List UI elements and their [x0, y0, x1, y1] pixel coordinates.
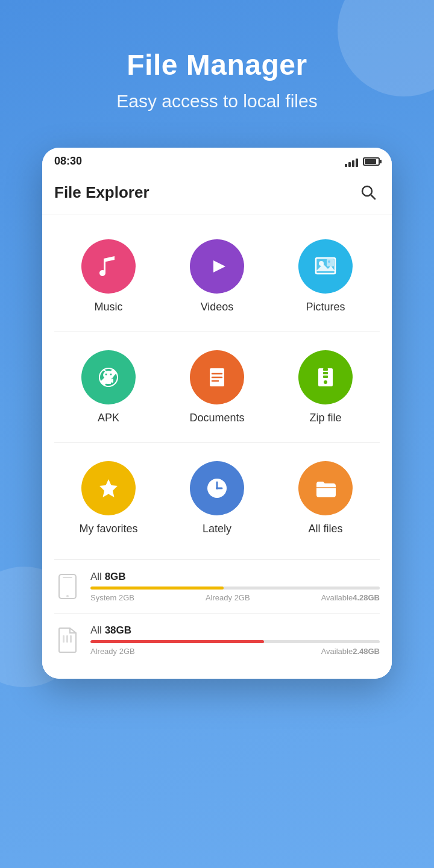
music-icon-circle [81, 239, 136, 294]
category-item-documents[interactable]: Documents [175, 350, 259, 424]
folder-icon [312, 474, 339, 502]
status-bar: 08:30 [42, 148, 392, 172]
category-row-1: Music Videos [42, 233, 392, 326]
svg-point-11 [110, 374, 112, 376]
sdcard-already: Already 2GB [90, 647, 135, 656]
sdcard-progress-bg [90, 640, 380, 643]
allfiles-icon-circle [298, 461, 353, 515]
header-section: File Manager Easy access to local files [0, 0, 434, 148]
search-button[interactable] [357, 181, 380, 204]
category-item-zip[interactable]: Zip file [283, 350, 368, 424]
music-icon [95, 253, 122, 280]
svg-rect-35 [63, 635, 64, 643]
battery-fill [365, 159, 376, 164]
svg-rect-22 [323, 368, 328, 371]
sdcard-storage-details: All 38GB Already 2GB Available2.48GB [90, 624, 380, 656]
internal-system: System 2GB [90, 593, 134, 602]
zip-icon [312, 364, 339, 391]
lately-label: Lately [203, 523, 231, 535]
svg-rect-13 [111, 379, 113, 383]
documents-icon-circle [190, 350, 244, 404]
allfiles-label: All files [308, 523, 342, 535]
svg-rect-37 [70, 635, 72, 643]
signal-bar-4 [356, 159, 358, 167]
svg-point-8 [328, 260, 330, 263]
pictures-icon [312, 253, 339, 280]
apk-icon [94, 363, 123, 392]
category-section-3: My favorites Lately [42, 443, 392, 553]
svg-marker-2 [213, 260, 225, 272]
svg-point-30 [216, 487, 218, 489]
svg-rect-24 [323, 376, 328, 378]
svg-rect-36 [66, 635, 68, 643]
videos-icon-circle [190, 239, 244, 294]
favorites-icon-circle [81, 461, 136, 515]
sdcard-storage-icon [54, 627, 81, 653]
internal-available: Available4.28GB [321, 593, 380, 602]
svg-line-1 [371, 195, 376, 200]
sdcard-storage-size: 38GB [105, 624, 131, 636]
internal-storage-title: All 8GB [90, 571, 380, 583]
svg-point-9 [103, 371, 114, 379]
phone-mockup: 08:30 File Explorer [42, 148, 392, 679]
phone-storage-icon [54, 573, 81, 600]
music-label: Music [94, 301, 122, 313]
svg-marker-26 [99, 479, 118, 497]
category-item-lately[interactable]: Lately [175, 461, 259, 535]
star-icon [95, 474, 122, 502]
internal-already: Already 2GB [206, 593, 250, 602]
app-bar: File Explorer [42, 172, 392, 215]
main-content: Music Videos [42, 215, 392, 679]
app-subtitle: Easy access to local files [24, 91, 410, 112]
pictures-icon-circle [298, 239, 353, 294]
sdcard-available: Available2.48GB [321, 647, 380, 656]
internal-storage-size: 8GB [105, 571, 126, 582]
svg-rect-33 [63, 577, 72, 578]
documents-label: Documents [189, 412, 244, 424]
signal-bar-2 [348, 162, 351, 167]
internal-progress-bg [90, 587, 380, 590]
battery-icon [363, 157, 380, 166]
category-item-music[interactable]: Music [66, 239, 151, 313]
svg-point-10 [105, 374, 107, 376]
storage-item-internal[interactable]: All 8GB System 2GB Already 2GB Available… [42, 560, 392, 613]
document-icon [204, 364, 230, 391]
apk-icon-circle [81, 350, 136, 404]
app-title: File Manager [24, 48, 410, 81]
clock-icon [203, 474, 231, 502]
category-section-1: Music Videos [42, 221, 392, 332]
storage-section: All 8GB System 2GB Already 2GB Available… [42, 553, 392, 673]
category-section-2: APK Documents [42, 332, 392, 442]
category-item-allfiles[interactable]: All files [283, 461, 368, 535]
storage-item-sdcard[interactable]: All 38GB Already 2GB Available2.48GB [42, 614, 392, 667]
apk-label: APK [98, 412, 119, 424]
favorites-label: My favorites [79, 523, 137, 535]
signal-bar-3 [352, 160, 354, 167]
zip-icon-circle [298, 350, 353, 404]
sdcard-storage-title: All 38GB [90, 624, 380, 637]
svg-point-34 [66, 595, 69, 597]
status-time: 08:30 [54, 155, 82, 168]
svg-point-0 [362, 186, 372, 196]
category-item-pictures[interactable]: Pictures [283, 239, 368, 313]
category-item-favorites[interactable]: My favorites [66, 461, 151, 535]
signal-icon [345, 156, 358, 167]
signal-bar-1 [345, 164, 347, 167]
internal-storage-details: All 8GB System 2GB Already 2GB Available… [90, 571, 380, 602]
play-icon [205, 254, 229, 278]
svg-line-15 [104, 370, 105, 371]
internal-storage-info: System 2GB Already 2GB Available4.28GB [90, 593, 380, 602]
status-icons [345, 156, 380, 167]
svg-rect-23 [323, 372, 328, 374]
app-bar-title: File Explorer [54, 183, 149, 202]
videos-label: Videos [201, 301, 234, 313]
svg-rect-14 [106, 379, 111, 384]
sdcard-storage-info: Already 2GB Available2.48GB [90, 647, 380, 656]
lately-icon-circle [190, 461, 244, 515]
zip-label: Zip file [309, 412, 341, 424]
category-item-apk[interactable]: APK [66, 350, 151, 424]
internal-progress-fill [90, 587, 224, 590]
svg-rect-12 [104, 379, 106, 383]
svg-rect-7 [327, 259, 334, 266]
category-item-videos[interactable]: Videos [175, 239, 259, 313]
